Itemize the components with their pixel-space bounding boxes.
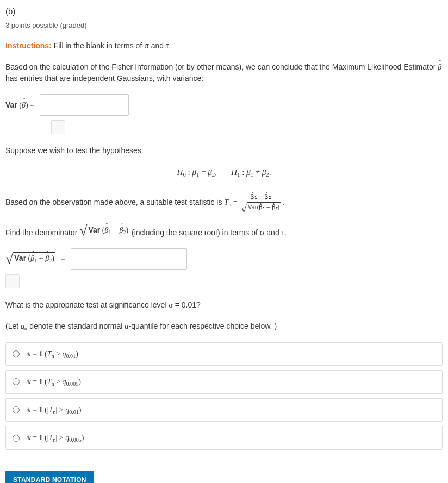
paragraph-hypotheses-intro: Suppose we wish to test the hypotheses xyxy=(5,145,443,156)
instructions-label: Instructions: xyxy=(5,41,52,50)
sqrt-var-row: √Var (ˆβ1 − ˆβ2) = xyxy=(5,248,443,270)
sqrt-var-input[interactable] xyxy=(71,248,187,270)
para3-a: Based on the observation made above, a s… xyxy=(5,198,224,206)
hypotheses-display: H0 : β1 = β2, H1 : β1 ≠ β2. xyxy=(5,166,443,179)
paragraph-fisher: Based on the calculation of the Fisher I… xyxy=(5,61,443,84)
question-appropriate-test: What is the appropriate test at signific… xyxy=(5,299,443,311)
choice-2-radio[interactable] xyxy=(13,378,20,385)
paragraph-find-denominator: Find the denominator √Var (ˆβ1 − ˆβ2) (i… xyxy=(5,224,443,239)
choice-2-label: ψ = 1 (Tn > q0.005) xyxy=(26,376,81,388)
points-possible: 3 points possible (graded) xyxy=(5,20,443,31)
status-box-2[interactable] xyxy=(5,274,20,288)
eq-sym-2: = xyxy=(61,253,65,265)
para1-b: has entries that are independent Gaussia… xyxy=(5,74,203,83)
choice-4-radio[interactable] xyxy=(13,435,20,442)
choice-1-radio[interactable] xyxy=(13,350,20,357)
sqrt-var-expr: √Var (ˆβ1 − ˆβ2) xyxy=(79,224,129,238)
eq-sym: = xyxy=(231,198,239,206)
beta-hat-symbol: ˆβ xyxy=(438,61,441,73)
instructions-line: Instructions: Fill in the blank in terms… xyxy=(5,40,443,52)
choice-4-label: ψ = 1 (|Tn| > q0.005) xyxy=(26,432,84,444)
var-beta-row: Var (ˆβ) = xyxy=(5,94,443,116)
para3-period: . xyxy=(282,198,284,206)
sqrt-var-label: √Var (ˆβ1 − ˆβ2) xyxy=(5,252,55,266)
choice-3-label: ψ = 1 (|Tn| > q0.01) xyxy=(26,404,81,416)
choice-1[interactable]: ψ = 1 (Tn > q0.01) xyxy=(5,342,443,366)
instructions-text: Fill in the blank in terms of σ and τ. xyxy=(52,41,171,50)
choice-3-radio[interactable] xyxy=(13,406,20,413)
var-beta-input[interactable] xyxy=(40,94,129,116)
status-box-1[interactable] xyxy=(51,120,65,134)
standard-notation-button[interactable]: STANDARD NOTATION xyxy=(5,471,94,483)
choice-3[interactable]: ψ = 1 (|Tn| > q0.01) xyxy=(5,398,443,422)
choice-1-label: ψ = 1 (Tn > q0.01) xyxy=(26,348,78,360)
choice-4[interactable]: ψ = 1 (|Tn| > q0.005) xyxy=(5,426,443,450)
para1-a: Based on the calculation of the Fisher I… xyxy=(5,62,438,71)
Tn-sym: T xyxy=(224,198,228,206)
paragraph-test-statistic: Based on the observation made above, a s… xyxy=(5,192,443,214)
test-statistic-fraction: β̂₁ − β̂₂ √Var(β̂₁ − β̂₂) xyxy=(239,192,282,214)
choice-2[interactable]: ψ = 1 (Tn > q0.005) xyxy=(5,370,443,394)
part-label: (b) xyxy=(5,5,443,18)
quantile-note: (Let qα denote the standard normal α-qua… xyxy=(5,321,443,333)
para4-b: (including the square root) in terms of … xyxy=(129,228,287,237)
para4-a: Find the denominator xyxy=(5,228,79,237)
var-beta-label: Var (ˆβ) = xyxy=(5,99,34,111)
